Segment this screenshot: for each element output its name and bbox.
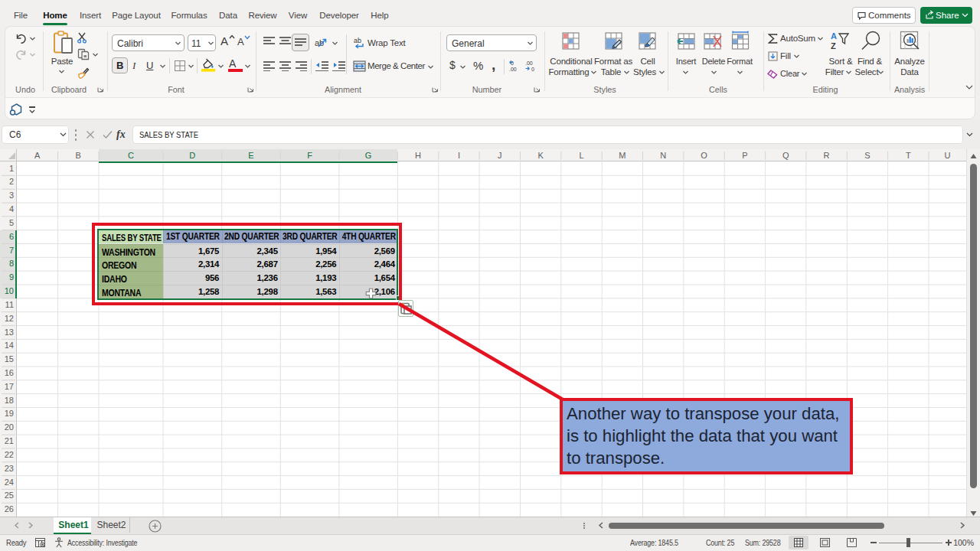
svg-text:.00: .00 [525, 60, 533, 66]
svg-text:ab: ab [354, 37, 361, 44]
svg-text:A: A [831, 31, 837, 41]
svg-text:.00: .00 [509, 67, 517, 72]
svg-text:0: 0 [531, 67, 534, 72]
svg-text:Z: Z [831, 41, 836, 51]
